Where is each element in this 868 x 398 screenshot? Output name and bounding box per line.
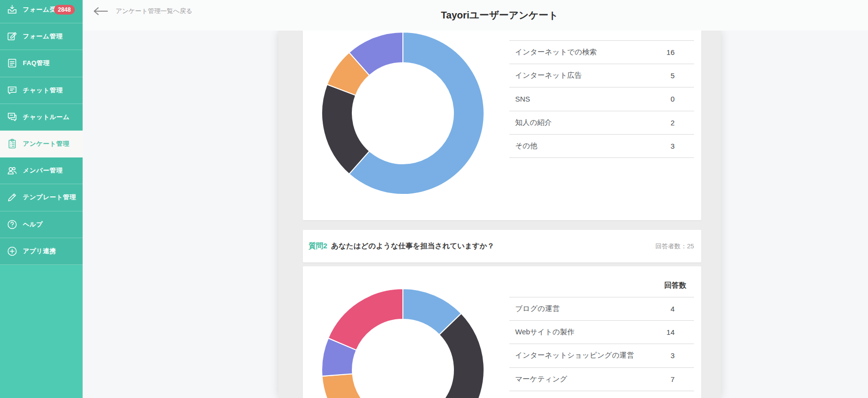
faq-doc-icon: [6, 57, 18, 69]
back-arrow-icon: [93, 7, 108, 16]
table-row-label: その他: [509, 141, 664, 151]
chat-rooms-icon: [6, 111, 18, 123]
table-row-label: インターネットショッピングの運営: [509, 351, 664, 360]
donut-segment[interactable]: [368, 313, 484, 398]
sidebar: フォーム受信箱2848フォーム管理FAQ管理チャット管理チャットルームアンケート…: [0, 0, 83, 398]
respondents-count: 回答者数：25: [656, 242, 694, 251]
table-row: その他3: [509, 135, 694, 158]
table-row: Webサイトの製作14: [509, 321, 694, 344]
back-label: アンケート管理一覧へ戻る: [116, 7, 192, 16]
table-row-value: 16: [664, 48, 694, 56]
pencil-icon: [6, 191, 18, 203]
survey-panel: インターネットでの検索16インターネット広告5SNS0知人の紹介2その他3 質問…: [278, 31, 721, 398]
donut-chart-q2[interactable]: [321, 288, 485, 398]
sidebar-item-member-manage[interactable]: メンバー管理: [0, 157, 83, 184]
sidebar-item-label: アンケート管理: [23, 139, 69, 148]
sidebar-item-chat-manage[interactable]: チャット管理: [0, 77, 83, 104]
plus-circle-icon: [6, 245, 18, 257]
help-icon: [6, 219, 18, 230]
table-row-value: 5: [664, 71, 694, 80]
table-row: SNS0: [509, 87, 694, 111]
sidebar-item-help[interactable]: ヘルプ: [0, 211, 83, 238]
answers-rows-q2: ブログの運営4Webサイトの製作14インターネットショッピングの運営3マーケティ…: [509, 297, 694, 391]
inbox-badge: 2848: [54, 5, 75, 15]
sidebar-item-label: フォーム管理: [23, 32, 63, 41]
sidebar-items: フォーム受信箱2848フォーム管理FAQ管理チャット管理チャットルームアンケート…: [0, 0, 83, 265]
table-row-label: 知人の紹介: [509, 118, 664, 127]
back-button[interactable]: アンケート管理一覧へ戻る: [93, 7, 192, 16]
donut-chart-q1[interactable]: [321, 32, 485, 195]
table-row-label: ブログの運営: [509, 304, 664, 313]
sidebar-item-app-integration[interactable]: アプリ連携: [0, 238, 83, 265]
sidebar-item-label: チャットルーム: [23, 113, 69, 121]
table-row: インターネットショッピングの運営3: [509, 344, 694, 367]
answers-header-q2: 回答数: [509, 274, 694, 297]
sidebar-item-survey-manage[interactable]: アンケート管理: [0, 131, 83, 157]
table-row: ブログの運営4: [509, 297, 694, 321]
chat-bubble-icon: [6, 85, 18, 96]
header: アンケート管理一覧へ戻る Tayoriユーザーアンケート: [83, 0, 868, 31]
page-title: Tayoriユーザーアンケート: [278, 0, 721, 31]
table-row: 知人の紹介2: [509, 111, 694, 135]
sidebar-item-label: テンプレート管理: [23, 193, 76, 202]
card-question1-results: インターネットでの検索16インターネット広告5SNS0知人の紹介2その他3: [303, 31, 701, 220]
table-row-value: 4: [664, 305, 694, 313]
donut-segment[interactable]: [322, 374, 382, 398]
sidebar-item-template-manage[interactable]: テンプレート管理: [0, 184, 83, 211]
sidebar-item-label: ヘルプ: [23, 220, 43, 229]
card-question2-header: 質問2 あなたはどのような仕事を担当されていますか？ 回答者数：25: [303, 230, 701, 262]
table-row-label: マーケティング: [509, 375, 664, 384]
donut-segment[interactable]: [328, 289, 403, 350]
table-row-label: インターネットでの検索: [509, 48, 664, 57]
app-root: フォーム受信箱2848フォーム管理FAQ管理チャット管理チャットルームアンケート…: [0, 0, 868, 398]
question-text: あなたはどのような仕事を担当されていますか？: [331, 242, 494, 251]
sidebar-item-label: FAQ管理: [23, 59, 50, 68]
answers-table-q1: インターネットでの検索16インターネット広告5SNS0知人の紹介2その他3: [509, 40, 694, 158]
table-row-label: インターネット広告: [509, 71, 664, 80]
table-row-label: SNS: [509, 95, 664, 103]
sidebar-item-form-inbox[interactable]: フォーム受信箱2848: [0, 0, 83, 23]
table-row-value: 3: [664, 351, 694, 360]
table-row-value: 7: [664, 375, 694, 383]
sidebar-item-label: メンバー管理: [23, 166, 63, 175]
members-icon: [6, 165, 18, 176]
table-row-value: 14: [664, 328, 694, 336]
card-question2-results: 回答数 ブログの運営4Webサイトの製作14インターネットショッピングの運営3マ…: [303, 266, 701, 398]
inbox-icon: [6, 4, 18, 16]
table-row-value: 2: [664, 119, 694, 127]
form-edit-icon: [6, 31, 18, 42]
table-row: インターネット広告5: [509, 64, 694, 87]
table-row: インターネットでの検索16: [509, 41, 694, 64]
table-row-value: 0: [664, 95, 694, 103]
sidebar-item-label: チャット管理: [23, 86, 63, 95]
main-area: インターネットでの検索16インターネット広告5SNS0知人の紹介2その他3 質問…: [83, 31, 868, 398]
answers-table-q2: 回答数 ブログの運営4Webサイトの製作14インターネットショッピングの運営3マ…: [509, 274, 694, 391]
sidebar-item-form-manage[interactable]: フォーム管理: [0, 23, 83, 50]
clipboard-icon: [6, 138, 18, 150]
table-row-value: 3: [664, 142, 694, 150]
sidebar-item-faq-manage[interactable]: FAQ管理: [0, 50, 83, 77]
question-number: 質問2: [309, 242, 327, 251]
sidebar-item-label: アプリ連携: [23, 247, 56, 256]
table-row-label: Webサイトの製作: [509, 328, 664, 337]
table-row: マーケティング7: [509, 368, 694, 391]
sidebar-item-chat-room[interactable]: チャットルーム: [0, 104, 83, 131]
